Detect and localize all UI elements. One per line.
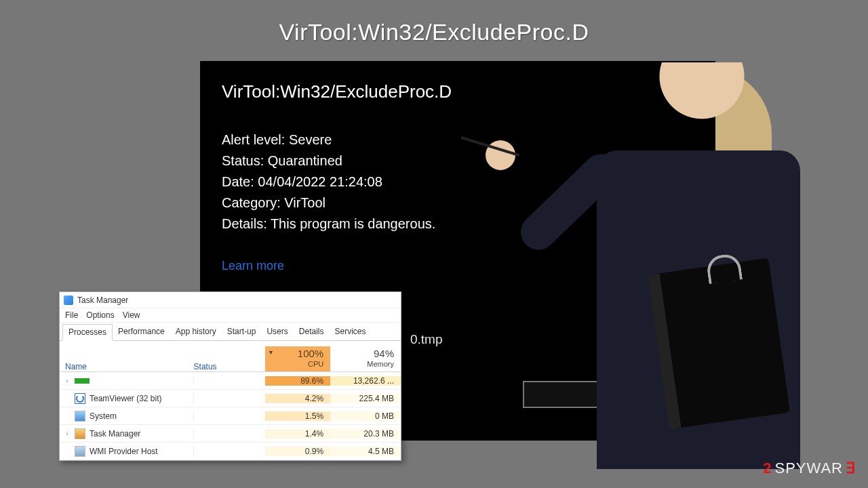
expand-chevron-icon[interactable]: › — [64, 378, 71, 384]
table-row[interactable]: ›89.6%13,262.6 ... — [60, 372, 401, 390]
watermark-text: SPYWAR — [774, 460, 843, 477]
cpu-label: CPU — [308, 360, 323, 368]
learn-more-link[interactable]: Learn more — [222, 259, 284, 273]
process-name-cell: System — [60, 411, 194, 422]
task-manager-menubar: File Options View — [60, 308, 401, 323]
process-icon — [75, 428, 85, 439]
process-icon — [75, 446, 85, 457]
task-manager-titlebar[interactable]: Task Manager — [60, 292, 401, 308]
tab-performance[interactable]: Performance — [113, 324, 170, 340]
column-name[interactable]: Name — [60, 362, 194, 371]
memory-label: Memory — [367, 360, 394, 368]
process-memory-cell: 4.5 MB — [330, 447, 401, 456]
table-row[interactable]: TeamViewer (32 bit)4.2%225.4 MB — [60, 390, 401, 407]
process-name: System — [90, 411, 117, 421]
cpu-total: 100% — [269, 348, 323, 359]
process-name-cell: › — [60, 378, 194, 384]
process-memory-cell: 0 MB — [330, 411, 401, 421]
defender-action-button[interactable] — [523, 381, 686, 408]
date-line: Date: 04/04/2022 21:24:08 — [222, 171, 695, 192]
tab-startup[interactable]: Start-up — [222, 324, 262, 340]
process-cpu-cell: 1.5% — [265, 411, 330, 421]
process-name: TeamViewer (32 bit) — [90, 394, 162, 403]
table-row[interactable]: ›Task Manager1.4%20.3 MB — [60, 425, 401, 443]
tab-app-history[interactable]: App history — [170, 324, 222, 340]
watermark-tail: ∃ — [846, 460, 856, 477]
process-cpu-cell: 89.6% — [265, 376, 330, 386]
category-line: Category: VirTool — [222, 192, 695, 214]
threat-details: Alert level: Severe Status: Quarantined … — [222, 129, 695, 235]
task-manager-tabs: Processes Performance App history Start-… — [60, 323, 401, 341]
status-line: Status: Quarantined — [222, 150, 695, 171]
menu-view[interactable]: View — [123, 310, 140, 320]
process-cpu-cell: 1.4% — [265, 429, 330, 439]
process-memory-cell: 225.4 MB — [330, 394, 401, 403]
process-cpu-cell: 4.2% — [265, 394, 330, 403]
process-icon — [75, 411, 85, 422]
column-cpu[interactable]: ▾ 100% CPU — [265, 346, 330, 371]
process-name-cell: ›Task Manager — [60, 428, 194, 439]
tab-users[interactable]: Users — [261, 324, 293, 340]
threat-name: VirTool:Win32/ExcludeProc.D — [222, 81, 695, 102]
process-icon — [75, 378, 90, 384]
table-row[interactable]: System1.5%0 MB — [60, 407, 401, 425]
process-icon — [75, 393, 85, 404]
process-name-cell: TeamViewer (32 bit) — [60, 393, 194, 404]
process-memory-cell: 20.3 MB — [330, 429, 401, 439]
menu-options[interactable]: Options — [86, 310, 114, 320]
expand-chevron-icon[interactable]: › — [64, 430, 71, 437]
tab-details[interactable]: Details — [294, 324, 330, 340]
task-manager-title: Task Manager — [77, 296, 128, 305]
task-manager-window: Task Manager File Options View Processes… — [59, 291, 401, 461]
process-table-header: Name Status ▾ 100% CPU 94% Memory — [60, 341, 401, 372]
process-memory-cell: 13,262.6 ... — [330, 376, 401, 386]
page-title: VirTool:Win32/ExcludeProc.D — [0, 0, 868, 45]
process-cpu-cell: 0.9% — [265, 447, 330, 456]
task-manager-icon — [64, 296, 73, 305]
details-line: Details: This program is dangerous. — [222, 214, 695, 235]
watermark: 2 SPYWAR ∃ — [763, 460, 856, 477]
process-name: WMI Provider Host — [90, 447, 158, 456]
tab-processes[interactable]: Processes — [62, 324, 113, 341]
column-memory[interactable]: 94% Memory — [330, 346, 401, 371]
process-name-cell: WMI Provider Host — [60, 446, 194, 457]
affected-file-fragment: 0.tmp — [410, 332, 443, 347]
memory-total: 94% — [334, 348, 394, 359]
sort-chevron-icon: ▾ — [269, 348, 273, 356]
column-status[interactable]: Status — [194, 362, 266, 371]
alert-level-line: Alert level: Severe — [222, 129, 695, 150]
watermark-number: 2 — [763, 460, 772, 477]
process-name: Task Manager — [90, 429, 140, 439]
menu-file[interactable]: File — [65, 310, 78, 320]
table-row[interactable]: WMI Provider Host0.9%4.5 MB — [60, 443, 401, 460]
process-table-body: ›89.6%13,262.6 ...TeamViewer (32 bit)4.2… — [60, 372, 401, 460]
tab-services[interactable]: Services — [329, 324, 371, 340]
